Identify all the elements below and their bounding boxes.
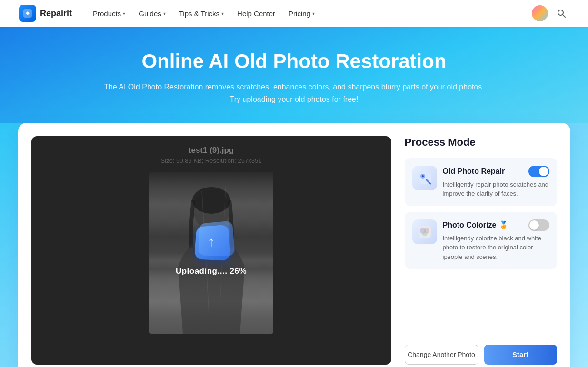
hero-title: Online AI Old Photo Restoration [19, 50, 569, 73]
svg-line-3 [563, 15, 565, 17]
mode-content-colorize: Photo Colorize 🏅 Intelligendy colorize b… [443, 219, 549, 262]
logo[interactable]: Repairit [19, 5, 72, 22]
toggle-knob-colorize [529, 220, 539, 230]
nav-help-center[interactable]: Help Center [231, 7, 281, 20]
upload-overlay: ↑ Uploading.... 26% [31, 136, 391, 365]
nav-products[interactable]: Products ▾ [87, 7, 131, 20]
mode-item-old-photo-repair: Old Photo Repair Intelligently repair ph… [405, 158, 557, 206]
navbar: Repairit Products ▾ Guides ▾ Tips & Tric… [0, 0, 588, 27]
svg-point-1 [27, 12, 29, 14]
hero-subtitle: The AI Old Photo Restoration removes scr… [104, 81, 485, 105]
mode-header-repair: Old Photo Repair [443, 166, 549, 177]
mode-header-colorize: Photo Colorize 🏅 [443, 219, 549, 231]
bottom-actions: Change Another Photo Start [405, 335, 557, 365]
nav-links: Products ▾ Guides ▾ Tips & Tricks ▾ Help… [87, 7, 532, 20]
svg-point-12 [422, 175, 424, 177]
toggle-photo-colorize[interactable] [528, 219, 549, 231]
mode-label-repair: Old Photo Repair [443, 167, 505, 176]
upload-arrow-icon: ↑ [208, 234, 214, 249]
hero-section: Online AI Old Photo Restoration The AI O… [0, 27, 588, 123]
chevron-down-icon: ▾ [123, 11, 125, 16]
main-area: test1 (9).jpg Size: 50.89 KB; Resolution… [0, 123, 588, 367]
right-panel: Process Mode Old Photo Repair [405, 136, 557, 365]
change-another-photo-button[interactable]: Change Another Photo [405, 345, 478, 365]
upload-cube-icon: ↑ [194, 224, 230, 260]
process-mode-title: Process Mode [405, 136, 557, 149]
premium-badge-icon: 🏅 [499, 220, 508, 229]
nav-right [532, 5, 569, 21]
logo-icon [19, 5, 36, 22]
photo-colorize-icon [412, 219, 437, 244]
chevron-down-icon: ▾ [163, 11, 166, 16]
mode-label-colorize: Photo Colorize 🏅 [443, 220, 509, 229]
avatar[interactable] [532, 5, 548, 21]
photo-panel: test1 (9).jpg Size: 50.89 KB; Resolution… [31, 136, 391, 365]
nav-tips-tricks[interactable]: Tips & Tricks ▾ [173, 7, 229, 20]
brand-name: Repairit [40, 9, 72, 19]
chevron-down-icon: ▾ [312, 11, 315, 16]
toggle-knob-repair [539, 167, 548, 176]
mode-desc-repair: Intelligently repair photo scratches and… [443, 180, 549, 198]
mode-desc-colorize: Intelligendy colorize black and white ph… [443, 234, 549, 262]
search-icon[interactable] [554, 6, 569, 21]
main-card: test1 (9).jpg Size: 50.89 KB; Resolution… [18, 123, 570, 367]
mode-item-photo-colorize: Photo Colorize 🏅 Intelligendy colorize b… [405, 212, 557, 269]
mode-content-repair: Old Photo Repair Intelligently repair ph… [443, 166, 549, 198]
nav-pricing[interactable]: Pricing ▾ [283, 7, 320, 20]
old-photo-repair-icon [412, 166, 437, 190]
svg-point-16 [422, 231, 427, 236]
start-button[interactable]: Start [484, 345, 557, 365]
nav-guides[interactable]: Guides ▾ [133, 7, 171, 20]
chevron-down-icon: ▾ [221, 11, 224, 16]
upload-progress-text: Uploading.... 26% [176, 267, 247, 276]
toggle-old-photo-repair[interactable] [528, 166, 549, 177]
